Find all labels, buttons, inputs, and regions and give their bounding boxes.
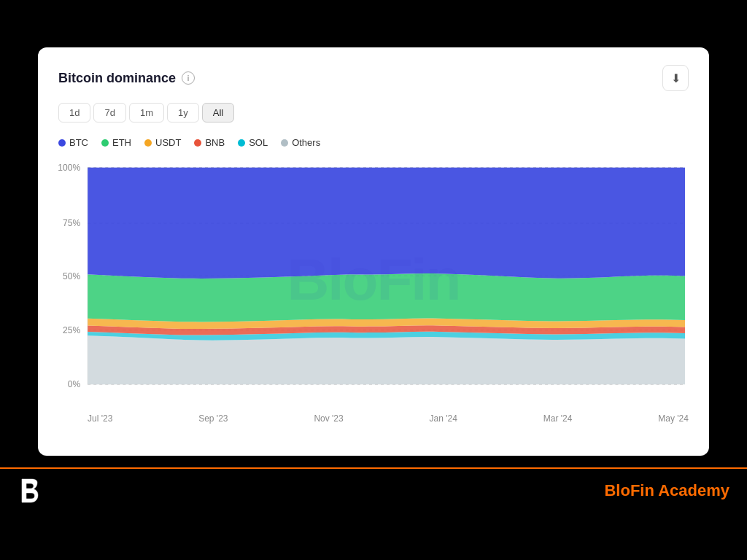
card-title: Bitcoin dominance i (58, 71, 195, 86)
svg-text:50%: 50% (63, 271, 80, 281)
legend-dot-sol (238, 139, 245, 147)
legend-item-btc: BTC (58, 137, 88, 148)
chart-legend: BTC ETH USDT BNB SOL Others (58, 137, 689, 148)
legend-item-eth: ETH (101, 137, 131, 148)
legend-label-btc: BTC (69, 137, 88, 148)
legend-dot-btc (58, 139, 66, 147)
legend-dot-eth (101, 139, 109, 147)
time-filter-group: 1d7d1m1yAll (58, 103, 689, 122)
x-label: Nov '23 (314, 413, 343, 424)
blofin-logo (18, 478, 41, 504)
x-label: May '24 (658, 413, 689, 424)
legend-label-sol: SOL (249, 137, 268, 148)
svg-text:25%: 25% (63, 325, 80, 335)
legend-item-sol: SOL (238, 137, 268, 148)
card-header: Bitcoin dominance i ⬇ (58, 65, 689, 91)
blofin-b-icon (18, 478, 41, 504)
svg-text:0%: 0% (68, 379, 80, 389)
legend-dot-usdt (144, 139, 152, 147)
svg-text:100%: 100% (58, 163, 80, 173)
legend-dot-bnb (194, 139, 201, 147)
blofin-academy-label: BloFin Academy (604, 481, 729, 500)
time-filter-7d[interactable]: 7d (93, 103, 125, 122)
download-button[interactable]: ⬇ (662, 65, 689, 91)
chart-title: Bitcoin dominance (58, 71, 176, 86)
info-icon[interactable]: i (182, 71, 195, 85)
x-label: Sep '23 (198, 413, 228, 424)
time-filter-1d[interactable]: 1d (58, 103, 90, 122)
legend-item-bnb: BNB (194, 137, 225, 148)
legend-label-others: Others (292, 137, 320, 148)
legend-label-usdt: USDT (155, 137, 181, 148)
chart-area: BloFin 100% 75% 50% 25% 0% (58, 160, 689, 408)
time-filter-1y[interactable]: 1y (167, 103, 199, 122)
chart-card: Bitcoin dominance i ⬇ 1d7d1m1yAll BTC ET… (38, 47, 709, 456)
legend-item-usdt: USDT (144, 137, 181, 148)
x-label: Jan '24 (430, 413, 457, 424)
x-label: Jul '23 (88, 413, 112, 424)
x-label: Mar '24 (543, 413, 573, 424)
svg-text:75%: 75% (63, 218, 80, 228)
legend-label-eth: ETH (112, 137, 131, 148)
legend-dot-others (281, 139, 288, 147)
page-background: Bitcoin dominance i ⬇ 1d7d1m1yAll BTC ET… (0, 0, 747, 560)
chart-svg: 100% 75% 50% 25% 0% (58, 160, 689, 408)
footer: BloFin Academy (0, 467, 747, 513)
legend-item-others: Others (281, 137, 320, 148)
time-filter-all[interactable]: All (202, 103, 234, 122)
time-filter-1m[interactable]: 1m (129, 103, 164, 122)
x-axis-labels: Jul '23Sep '23Nov '23Jan '24Mar '24May '… (58, 408, 689, 424)
legend-label-bnb: BNB (205, 137, 225, 148)
